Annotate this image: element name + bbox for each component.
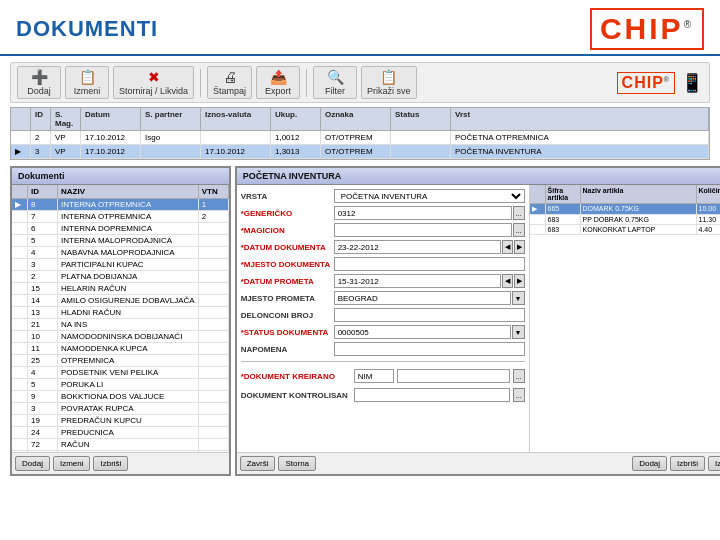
dokument-kontrolisan-label: DOKUMENT KONTROLISAN [241, 391, 351, 400]
datum-prometa-next-btn[interactable]: ▶ [514, 274, 525, 288]
separator [200, 69, 201, 97]
list-item[interactable]: 4 NABAVNA MALOPRODAJNICA [12, 247, 229, 259]
dodaj-button[interactable]: ➕ Dodaj [17, 66, 61, 99]
dokument-kreirano-input[interactable] [354, 369, 394, 383]
export-button[interactable]: 📤 Export [256, 66, 300, 99]
vrsta-select[interactable]: POČETNA INVENTURA [334, 189, 525, 203]
delonconi-input[interactable] [334, 308, 525, 322]
list-item[interactable]: 6 INTERNA DOPREMNICA [12, 223, 229, 235]
list-item[interactable]: 2 PLATNA DOBIJANJA [12, 271, 229, 283]
cancel-icon: ✖ [148, 69, 160, 85]
form-right-panel: Šifra artikla Naziv artikla Količina JM … [529, 185, 720, 452]
list-item[interactable]: 9 BOKKTIONA DOS VALJUCE [12, 391, 229, 403]
rpanel-row[interactable]: 683 PP DOBRAK 0.75KG 11.30 KG [530, 215, 720, 225]
izmeni-button[interactable]: 📋 Izmeni [65, 66, 109, 99]
app-header: DOKUMENTI CHIP® [0, 0, 720, 56]
table-row[interactable]: 2 VP 17.10.2012 Isgo 1,0012 OT/OTPREM PO… [11, 131, 709, 145]
list-item[interactable]: 3 PARTICIPALNI KUPAC [12, 259, 229, 271]
list-item[interactable]: 5 PORUKA LI [12, 379, 229, 391]
prikazsvе-button[interactable]: 📋 Prikaži sve [361, 66, 417, 99]
dokument-kreirano-row: *DOKUMENT KREIRANO ... [241, 369, 525, 383]
genericko-btn[interactable]: ... [513, 206, 525, 220]
doc-list-footer: Dodaj Izmeni Izbriši [12, 452, 229, 474]
mjesto-prometa-input[interactable] [334, 291, 511, 305]
zavrsiti-button[interactable]: Završi [240, 456, 276, 471]
dokument-kontrolisan-btn[interactable]: ... [513, 388, 525, 402]
magicion-label: *MAGICION [241, 226, 331, 235]
status-label: *STATUS DOKUMENTA [241, 328, 331, 337]
list-item[interactable]: 10 NAMODODNINSKA DOBIJANAĆI [12, 331, 229, 343]
datum-dokumenta-input[interactable] [334, 240, 501, 254]
table-row-selected[interactable]: ▶ 3 VP 17.10.2012 17.10.2012 1,3013 OT/O… [11, 145, 709, 159]
napomena-row: NAPOMENA [241, 342, 525, 356]
doc-dodaj-button[interactable]: Dodaj [15, 456, 50, 471]
list-item[interactable]: 25 OTPREMNICA [12, 355, 229, 367]
page-title: DOKUMENTI [16, 16, 158, 42]
list-item[interactable]: 11 NAMODDENKA KUPCA [12, 343, 229, 355]
datum-prometa-group: ◀ ▶ [334, 274, 525, 288]
doc-izmeni-button[interactable]: Izmeni [53, 456, 91, 471]
genericko-label: *GENERIČKO [241, 209, 331, 218]
list-item[interactable]: 21 NA INS [12, 319, 229, 331]
datum-prometa-prev-btn[interactable]: ◀ [502, 274, 513, 288]
doc-list-table: ID NAZIV VTN ▶ 8 INTERNA OTPREMNICA 1 7 … [12, 185, 229, 452]
list-item[interactable]: 19 PREDRAČUN KUPCU [12, 415, 229, 427]
doc-izbrisi-button[interactable]: Izbriši [93, 456, 128, 471]
list-item[interactable]: 72 RAČUN [12, 439, 229, 451]
form-izbrisi-button[interactable]: Izbriši [670, 456, 705, 471]
list-item[interactable]: 5 INTERNA MALOPRODAJNICA [12, 235, 229, 247]
magicion-input[interactable] [334, 223, 512, 237]
status-row: *STATUS DOKUMENTA ▼ [241, 325, 525, 339]
list-item[interactable]: ▶ 8 INTERNA OTPREMNICA 1 [12, 199, 229, 211]
status-btn[interactable]: ▼ [512, 325, 525, 339]
filter-icon: 🔍 [327, 69, 344, 85]
form-footer-right: Dodaj Izbriši Izmeni [632, 456, 720, 471]
datum-next-btn[interactable]: ▶ [514, 240, 525, 254]
form-window: POČETNA INVENTURA VRSTA POČETNA INVENTUR… [235, 166, 720, 476]
rpanel-row[interactable]: 683 KONKORKAT LAPTOP 4.40 KD [530, 225, 720, 235]
dokument-kreirano-btn[interactable]: ... [513, 369, 525, 383]
list-item[interactable]: 24 PREDUCNICA [12, 427, 229, 439]
toolbar-chip-logo: CHIP® 📱 [617, 72, 703, 94]
dokument-kontrolisan-input[interactable] [354, 388, 510, 402]
dokument-kreirano-extra[interactable] [397, 369, 510, 383]
magicion-input-group: ... [334, 223, 525, 237]
delonconi-label: DELONCONI BROJ [241, 311, 331, 320]
filter-button[interactable]: 🔍 Filter [313, 66, 357, 99]
stampaj-button[interactable]: 🖨 Štampaj [207, 66, 252, 99]
list-item[interactable]: 4 PODSETNIK VENI PELIKA [12, 367, 229, 379]
datum-prometa-input[interactable] [334, 274, 501, 288]
form-izmeni-button[interactable]: Izmeni [708, 456, 720, 471]
datum-prev-btn[interactable]: ◀ [502, 240, 513, 254]
magicion-btn[interactable]: ... [513, 223, 525, 237]
genericko-row: *GENERIČKO ... [241, 206, 525, 220]
mjesto-dokumenta-input[interactable] [334, 257, 525, 271]
list-item[interactable]: 13 HLADNI RAČUN [12, 307, 229, 319]
list-item[interactable]: 3 POVRATAK RUPCA [12, 403, 229, 415]
toolbar: ➕ Dodaj 📋 Izmeni ✖ Storniraj / Likvida 🖨… [10, 62, 710, 103]
napomena-input[interactable] [334, 342, 525, 356]
doc-list-header: ID NAZIV VTN [12, 185, 229, 199]
rpanel-header: Šifra artikla Naziv artikla Količina JM [530, 185, 720, 204]
doc-list-window: Dokumenti ID NAZIV VTN ▶ 8 INTERNA OTPRE… [10, 166, 231, 476]
chip-logo: CHIP® [590, 8, 704, 50]
mjesto-prometa-group: ▼ [334, 291, 525, 305]
genericko-input[interactable] [334, 206, 512, 220]
genericko-input-group: ... [334, 206, 525, 220]
status-input[interactable] [334, 325, 511, 339]
separator2 [306, 69, 307, 97]
datum-prometa-row: *DATUM PROMETA ◀ ▶ [241, 274, 525, 288]
list-item[interactable]: 14 AMILO OSIGURENJE DOBAVLJAČA [12, 295, 229, 307]
rpanel-row[interactable]: ▶ 665 DOMARK 0.75KG 10.00 KG [530, 204, 720, 215]
mjesto-dokumenta-label: *MJESTO DOKUMENTA [241, 260, 331, 269]
plus-icon: ➕ [31, 69, 48, 85]
main-table-header: ID S. Mag. Datum S. partner Iznos-valuta… [11, 108, 709, 131]
storniraj-button[interactable]: ✖ Storniraj / Likvida [113, 66, 194, 99]
storna-button[interactable]: Storna [278, 456, 316, 471]
list-item[interactable]: 15 HELARIN RAČUN [12, 283, 229, 295]
list-item[interactable]: 7 INTERNA OTPREMNICA 2 [12, 211, 229, 223]
form-dodaj-button[interactable]: Dodaj [632, 456, 667, 471]
dokument-kontrolisan-row: DOKUMENT KONTROLISAN ... [241, 388, 525, 402]
form-content: VRSTA POČETNA INVENTURA *GENERIČKO ... [237, 185, 720, 452]
mjesto-prometa-btn[interactable]: ▼ [512, 291, 525, 305]
